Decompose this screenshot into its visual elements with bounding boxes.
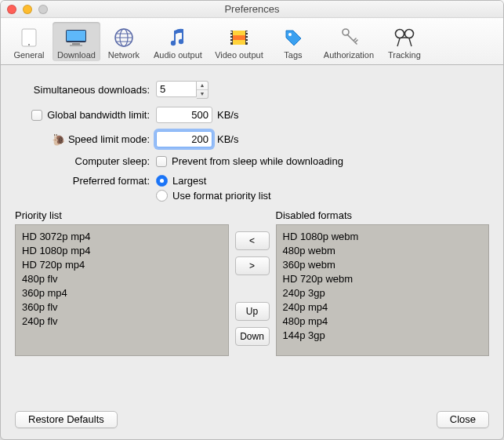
computer-sleep-label: Computer sleep: — [15, 155, 156, 167]
svg-point-24 — [288, 33, 292, 36]
svg-point-11 — [171, 40, 176, 45]
svg-rect-16 — [230, 31, 232, 33]
move-up-button[interactable]: Up — [235, 302, 270, 321]
tab-tags[interactable]: Tags — [270, 22, 317, 61]
svg-rect-4 — [72, 43, 80, 45]
list-item[interactable]: 480p webm — [283, 244, 483, 258]
tab-label: General — [13, 50, 44, 60]
simultaneous-downloads-label: Simultaneous downloads: — [15, 84, 156, 96]
tracking-icon — [392, 25, 417, 50]
format-largest-radio[interactable] — [156, 175, 168, 187]
tab-general[interactable]: General — [5, 22, 53, 61]
list-item[interactable]: HD 720p webm — [283, 272, 483, 286]
titlebar: Preferences — [1, 1, 503, 18]
list-item[interactable]: 480p mp4 — [283, 315, 483, 329]
general-icon — [16, 25, 42, 50]
disabled-formats-title: Disabled formats — [276, 209, 490, 221]
list-item[interactable]: 240p 3gp — [283, 286, 483, 300]
prevent-sleep-checkbox[interactable] — [156, 156, 167, 167]
format-priority-radio[interactable] — [156, 190, 168, 202]
toolbar: General Download Network Audio output Vi… — [1, 18, 503, 65]
tab-label: Video output — [215, 50, 263, 60]
list-item[interactable]: 360p webm — [283, 258, 483, 272]
snail-icon: 🐌 — [52, 133, 65, 146]
window-title: Preferences — [224, 3, 279, 15]
list-item[interactable]: HD 1080p mp4 — [22, 244, 222, 258]
list-item[interactable]: 144p 3gp — [283, 329, 483, 343]
svg-rect-23 — [246, 41, 248, 42]
tab-video-output[interactable]: Video output — [208, 22, 270, 61]
minimize-window-button[interactable] — [23, 5, 32, 14]
format-largest-label: Largest — [172, 175, 206, 187]
svg-rect-20 — [246, 31, 248, 33]
svg-rect-21 — [246, 35, 248, 36]
preferred-format-label: Preferred format: — [15, 175, 156, 187]
svg-rect-0 — [22, 29, 36, 46]
list-item[interactable]: 480p flv — [22, 272, 222, 286]
priority-list[interactable]: HD 3072p mp4HD 1080p mp4HD 720p mp4480p … — [15, 224, 229, 356]
zoom-window-button[interactable] — [38, 5, 48, 14]
disabled-formats-list[interactable]: HD 1080p webm480p webm360p webmHD 720p w… — [276, 224, 490, 356]
svg-rect-18 — [230, 38, 232, 39]
tab-download[interactable]: Download — [53, 22, 100, 61]
list-item[interactable]: 360p mp4 — [22, 286, 222, 300]
speed-limit-label: Speed limit mode: — [68, 133, 150, 145]
svg-point-27 — [404, 29, 413, 38]
svg-rect-17 — [230, 35, 232, 36]
list-item[interactable]: 240p flv — [22, 315, 222, 329]
tab-label: Tracking — [388, 50, 421, 60]
list-item[interactable]: HD 1080p webm — [283, 230, 483, 244]
speed-unit: KB/s — [217, 133, 238, 145]
bandwidth-limit-checkbox[interactable] — [31, 110, 42, 121]
tab-network[interactable]: Network — [100, 22, 147, 61]
move-down-button[interactable]: Down — [235, 327, 270, 346]
restore-defaults-button[interactable]: Restore Defaults — [15, 411, 118, 428]
close-button[interactable]: Close — [437, 411, 489, 428]
audio-icon — [165, 25, 190, 50]
bandwidth-unit: KB/s — [217, 109, 238, 121]
svg-rect-5 — [70, 45, 82, 46]
network-icon — [111, 25, 136, 50]
format-priority-label: Use format priority list — [172, 190, 271, 202]
svg-point-26 — [395, 29, 404, 38]
list-item[interactable]: 360p flv — [22, 300, 222, 315]
svg-rect-22 — [246, 38, 248, 39]
window-controls — [7, 5, 48, 14]
bandwidth-limit-input[interactable] — [156, 107, 212, 123]
speed-limit-input[interactable] — [156, 131, 212, 147]
tags-icon — [281, 25, 306, 50]
svg-rect-19 — [230, 41, 232, 42]
preferences-window: Preferences General Download Network Aud… — [0, 0, 504, 440]
stepper-up-icon[interactable]: ▲ — [197, 82, 208, 90]
tab-label: Network — [108, 50, 140, 60]
bandwidth-limit-label: Global bandwidth limit: — [47, 109, 150, 121]
simultaneous-downloads-stepper[interactable]: ▲ ▼ — [156, 81, 208, 99]
tab-label: Tags — [284, 50, 302, 60]
move-left-button[interactable]: < — [235, 231, 270, 250]
content-pane: Simultaneous downloads: ▲ ▼ Global bandw… — [1, 65, 503, 367]
tab-label: Download — [57, 50, 96, 60]
move-right-button[interactable]: > — [235, 256, 270, 275]
tab-tracking[interactable]: Tracking — [381, 22, 428, 61]
video-icon — [227, 25, 252, 50]
tab-audio-output[interactable]: Audio output — [147, 22, 208, 61]
prevent-sleep-label: Prevent from sleep while downloading — [172, 155, 343, 167]
svg-rect-1 — [28, 44, 30, 45]
tab-label: Audio output — [154, 50, 202, 60]
tab-label: Authorization — [324, 50, 374, 60]
list-item[interactable]: 240p mp4 — [283, 300, 483, 315]
simultaneous-downloads-input[interactable] — [156, 81, 197, 97]
download-icon — [63, 25, 89, 50]
tab-authorization[interactable]: Authorization — [317, 22, 381, 61]
svg-rect-3 — [67, 31, 85, 41]
svg-point-12 — [179, 38, 183, 43]
list-item[interactable]: HD 3072p mp4 — [22, 230, 222, 244]
svg-rect-15 — [233, 35, 245, 40]
priority-list-title: Priority list — [15, 209, 229, 221]
close-window-button[interactable] — [7, 5, 16, 14]
stepper-down-icon[interactable]: ▼ — [197, 90, 208, 98]
list-item[interactable]: HD 720p mp4 — [22, 258, 222, 272]
authorization-icon — [336, 25, 361, 50]
